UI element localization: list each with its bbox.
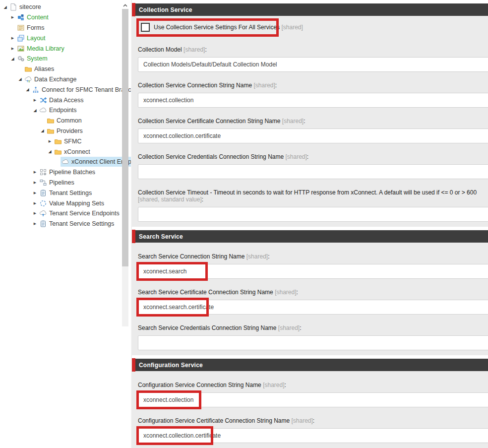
- expand-arrow-icon[interactable]: ◢: [17, 76, 23, 82]
- form-field: Collection Service Certificate Connectio…: [138, 118, 488, 143]
- search-service-certificate-connection-stri-input[interactable]: xconnect.search.certificate: [138, 300, 488, 315]
- collection-service-credentials-connection--input[interactable]: [138, 164, 488, 179]
- search-service-connection-string-name-input[interactable]: xconnect.search: [138, 264, 488, 279]
- form-field: Collection Model [shared]: Collection Mo…: [138, 46, 488, 72]
- data-exchange-icon: [24, 75, 32, 83]
- expand-arrow-icon[interactable]: ◢: [24, 86, 31, 93]
- form-field: Collection Service Credentials Connectio…: [138, 153, 488, 179]
- document-icon: [9, 3, 17, 11]
- form-field: Configuration Service Certificate Connec…: [138, 417, 488, 443]
- tree-item-tenant-service-endpoints[interactable]: ▶ Tenant Service Endpoints: [0, 208, 122, 219]
- pipeline-batches-icon: [39, 168, 47, 176]
- section-body: Configuration Service Connection String …: [132, 371, 488, 448]
- system-icon: [17, 55, 25, 63]
- section-body: Use Collection Service Settings For All …: [132, 16, 488, 227]
- tree-item-layout[interactable]: ▶ Layout: [0, 33, 122, 43]
- tree-item-providers[interactable]: ◢ Providers: [0, 126, 122, 136]
- tree-item-data-access[interactable]: ▶ Data Access: [0, 95, 122, 105]
- expand-arrow-icon[interactable]: ◢: [32, 107, 38, 114]
- tree-item-sitecore[interactable]: ◢ sitecore: [0, 2, 122, 12]
- tree-item-value-mapping-sets[interactable]: ▶ Value Mapping Sets: [0, 198, 122, 208]
- expand-arrow-icon[interactable]: ▶: [32, 97, 38, 103]
- pipelines-icon: [39, 179, 47, 187]
- tree-item-media-library[interactable]: ▶ Media Library: [0, 43, 122, 54]
- tree-item-aliases[interactable]: Aliases: [0, 64, 122, 74]
- collection-service-certificate-connection--input[interactable]: xconnect.collection.certificate: [138, 128, 488, 143]
- checkbox-field: Use Collection Service Settings For All …: [138, 18, 488, 36]
- media-icon: [17, 45, 25, 53]
- expand-arrow-icon[interactable]: ◢: [9, 56, 16, 62]
- cloud-up-icon: [39, 209, 47, 217]
- tree-item-pipeline-batches[interactable]: ▶ Pipeline Batches: [0, 167, 122, 178]
- tree-item-endpoints[interactable]: ◢ Endpoints: [0, 105, 122, 116]
- expand-arrow-icon[interactable]: ◢: [47, 148, 53, 155]
- section-title: Search Service: [139, 233, 183, 240]
- expand-arrow-icon[interactable]: ▶: [9, 45, 16, 52]
- collection-service-connection-string-name-input[interactable]: xconnect.collection: [138, 93, 488, 108]
- expand-arrow-icon[interactable]: ▶: [9, 35, 16, 41]
- folder-icon: [54, 137, 62, 145]
- tree-item-forms[interactable]: Forms: [0, 23, 122, 33]
- expand-arrow-icon[interactable]: ▶: [32, 179, 38, 186]
- use-collection-service-settings-for-all-se-checkbox[interactable]: [141, 23, 150, 32]
- section-header-search-service[interactable]: Search Service: [132, 230, 488, 243]
- expand-arrow-icon[interactable]: ▶: [47, 138, 53, 144]
- form-field: Collection Service Timeout - Timeout in …: [138, 189, 488, 222]
- cloud-icon: [39, 106, 47, 114]
- section-header-configuration-service[interactable]: Configuration Service: [132, 359, 488, 371]
- tree-item-xconnect[interactable]: ◢ xConnect: [0, 146, 122, 157]
- folder-icon: [47, 127, 55, 135]
- section-header-collection-service[interactable]: Collection Service: [132, 3, 488, 16]
- expand-arrow-icon[interactable]: ▶: [32, 200, 38, 206]
- tree-item-sfmc[interactable]: ▶ SFMC: [0, 136, 122, 146]
- collection-service-timeout-timeout-in-seco-input[interactable]: [138, 207, 488, 222]
- expand-arrow-icon[interactable]: ◢: [39, 128, 46, 134]
- tree-item-system[interactable]: ◢ System: [0, 54, 122, 64]
- tree-item-content[interactable]: ▶ Content: [0, 12, 122, 23]
- collection-model-input[interactable]: Collection Models/Default/Default Collec…: [138, 57, 488, 72]
- content-tree: ◢ sitecore ▶ Content Forms ▶ Layout ▶ Me…: [0, 0, 122, 448]
- content-icon: [17, 13, 25, 21]
- expand-arrow-icon[interactable]: ◢: [2, 4, 8, 10]
- expand-arrow-icon[interactable]: ▶: [32, 221, 38, 227]
- section-body: Search Service Connection String Name [s…: [132, 243, 488, 355]
- tenant-settings-icon: [39, 189, 47, 197]
- expand-arrow-icon[interactable]: ▶: [32, 190, 38, 196]
- form-field: Collection Service Connection String Nam…: [138, 82, 488, 108]
- value-mapping-icon: [39, 199, 47, 207]
- tree-item-pipelines[interactable]: ▶ Pipelines: [0, 178, 122, 188]
- expand-arrow-icon[interactable]: ▶: [32, 169, 38, 176]
- tree-item-common[interactable]: Common: [0, 116, 122, 126]
- search-service-credentials-connection-stri-input[interactable]: [138, 335, 488, 350]
- item-editor-panel: Collection Service Use Collection Servic…: [131, 0, 488, 448]
- tree-item-data-exchange[interactable]: ◢ Data Exchange: [0, 74, 122, 85]
- layout-icon: [17, 34, 25, 42]
- folder-icon: [54, 148, 62, 156]
- form-field: Search Service Certificate Connection St…: [138, 289, 488, 315]
- scroll-up-button[interactable]: [122, 0, 128, 9]
- expand-arrow-icon[interactable]: ▶: [32, 210, 38, 217]
- tenant-settings-icon: [39, 220, 47, 228]
- cloud-icon: [61, 158, 69, 166]
- tree-item-connect-for-sfmc-tenant-branch[interactable]: ◢ Connect for SFMC Tenant Branch: [0, 84, 122, 95]
- configuration-service-certificate-connecti-input[interactable]: xconnect.collection.certificate: [138, 428, 488, 443]
- chevron-up-icon: [123, 0, 127, 9]
- expand-arrow-icon[interactable]: ▶: [9, 14, 16, 21]
- branch-icon: [32, 86, 40, 94]
- tree-item-xconnect-client-endpoint[interactable]: xConnect Client Endpoint: [0, 157, 122, 167]
- form-field: Configuration Service Connection String …: [138, 382, 488, 407]
- form-field: Search Service Connection String Name [s…: [138, 253, 488, 279]
- tree-scrollbar[interactable]: [122, 0, 128, 326]
- forms-icon: [17, 24, 25, 32]
- data-access-icon: [39, 96, 47, 104]
- section-title: Collection Service: [139, 6, 192, 13]
- form-field: Search Service Credentials Connection St…: [138, 324, 488, 350]
- section-title: Configuration Service: [139, 362, 203, 369]
- tree-item-tenant-service-settings[interactable]: ▶ Tenant Service Settings: [0, 219, 122, 229]
- folder-icon: [47, 117, 55, 125]
- content-editor-window: ◢ sitecore ▶ Content Forms ▶ Layout ▶ Me…: [0, 0, 488, 448]
- folder-icon: [24, 65, 32, 73]
- configuration-service-connection-string-na-input[interactable]: xconnect.collection: [138, 392, 488, 407]
- scrollbar-thumb[interactable]: [122, 9, 128, 266]
- tree-item-tenant-settings[interactable]: ▶ Tenant Settings: [0, 188, 122, 198]
